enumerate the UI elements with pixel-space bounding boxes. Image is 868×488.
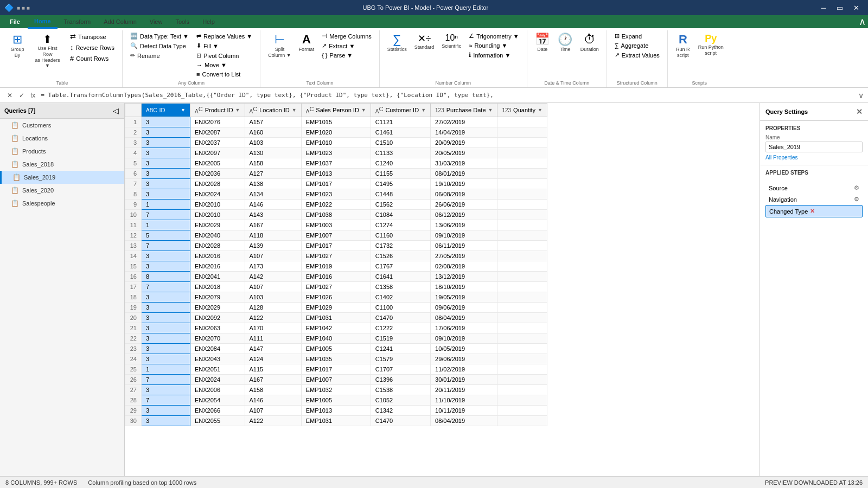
cell-sales-person-id[interactable]: EMP1017 xyxy=(301,241,371,251)
extract-values-button[interactable]: ↗ Extract Values xyxy=(611,50,663,60)
cell-purchase-date[interactable]: 30/01/2019 xyxy=(431,375,497,385)
cell-purchase-date[interactable]: 02/08/2019 xyxy=(431,261,497,272)
window-controls[interactable]: ─ ▭ ✕ xyxy=(816,0,864,15)
step-gear-icon[interactable]: ⚙ xyxy=(854,184,859,191)
menu-tab-tools[interactable]: Tools xyxy=(169,16,196,28)
cell-product-id[interactable]: ENX2055 xyxy=(190,416,245,426)
cell-sales-person-id[interactable]: EMP1007 xyxy=(301,375,371,385)
cell-order-id[interactable]: 3 xyxy=(142,303,190,313)
cell-product-id[interactable]: ENX2018 xyxy=(190,282,245,292)
cell-sales-person-id[interactable]: EMP1013 xyxy=(301,169,371,179)
aggregate-button[interactable]: ∑ Aggregate xyxy=(611,41,663,50)
cell-order-id[interactable]: 3 xyxy=(142,179,190,189)
sidebar-item-sales-2018[interactable]: 📋Sales_2018 xyxy=(0,158,124,171)
cell-customer-id[interactable]: C1526 xyxy=(371,251,430,261)
cell-product-id[interactable]: ENX2016 xyxy=(190,251,245,261)
cell-quantity[interactable] xyxy=(497,241,547,251)
menu-tab-help[interactable]: Help xyxy=(196,16,221,28)
cell-quantity[interactable] xyxy=(497,261,547,272)
cell-product-id[interactable]: ENX2029 xyxy=(190,303,245,313)
cell-quantity[interactable] xyxy=(497,230,547,241)
cell-quantity[interactable] xyxy=(497,210,547,220)
col-header-location-id[interactable]: AC Location ID ▼ xyxy=(245,104,301,117)
table-row[interactable]: 25 1 ENX2051 A115 EMP1017 C1707 11/02/20… xyxy=(125,364,547,375)
cell-purchase-date[interactable]: 09/10/2019 xyxy=(431,230,497,241)
product-id-filter-icon[interactable]: ▼ xyxy=(235,107,240,113)
cell-product-id[interactable]: ENX2043 xyxy=(190,354,245,364)
table-row[interactable]: 4 3 ENX2097 A130 EMP1023 C1133 20/05/201… xyxy=(125,148,547,158)
cell-location-id[interactable]: A122 xyxy=(245,313,301,323)
cell-order-id[interactable]: 7 xyxy=(142,241,190,251)
count-rows-button[interactable]: # Count Rows xyxy=(67,53,118,63)
cell-customer-id[interactable]: C1470 xyxy=(371,416,430,426)
cell-order-id[interactable]: 3 xyxy=(142,333,190,344)
cell-purchase-date[interactable]: 08/01/2019 xyxy=(431,169,497,179)
cell-location-id[interactable]: A122 xyxy=(245,416,301,426)
cell-location-id[interactable]: A139 xyxy=(245,241,301,251)
cell-quantity[interactable] xyxy=(497,416,547,426)
cell-sales-person-id[interactable]: EMP1005 xyxy=(301,395,371,406)
cell-order-id[interactable]: 3 xyxy=(142,416,190,426)
cell-sales-person-id[interactable]: EMP1016 xyxy=(301,272,371,282)
cell-customer-id[interactable]: C1240 xyxy=(371,158,430,169)
cell-sales-person-id[interactable]: EMP1003 xyxy=(301,220,371,230)
format-button[interactable]: A Format xyxy=(296,31,318,55)
cell-sales-person-id[interactable]: EMP1019 xyxy=(301,261,371,272)
cell-purchase-date[interactable]: 20/11/2019 xyxy=(431,385,497,395)
cell-purchase-date[interactable]: 27/02/2019 xyxy=(431,117,497,127)
cell-customer-id[interactable]: C1358 xyxy=(371,282,430,292)
customer-id-filter-icon[interactable]: ▼ xyxy=(421,107,426,113)
cell-customer-id[interactable]: C1222 xyxy=(371,323,430,333)
table-row[interactable]: 29 3 ENX2066 A107 EMP1013 C1342 10/11/20… xyxy=(125,406,547,416)
cell-location-id[interactable]: A138 xyxy=(245,179,301,189)
cell-product-id[interactable]: ENX2037 xyxy=(190,138,245,148)
cell-product-id[interactable]: ENX2029 xyxy=(190,220,245,230)
cell-product-id[interactable]: ENX2054 xyxy=(190,395,245,406)
run-r-button[interactable]: R Run Rscript xyxy=(672,31,694,61)
cell-product-id[interactable]: ENX2087 xyxy=(190,127,245,138)
formula-cancel-button[interactable]: ✕ xyxy=(4,90,15,101)
cell-order-id[interactable]: 3 xyxy=(142,354,190,364)
cell-product-id[interactable]: ENX2005 xyxy=(190,158,245,169)
cell-quantity[interactable] xyxy=(497,179,547,189)
cell-location-id[interactable]: A115 xyxy=(245,364,301,375)
table-row[interactable]: 17 7 ENX2018 A107 EMP1027 C1358 18/10/20… xyxy=(125,282,547,292)
cell-order-id[interactable]: 7 xyxy=(142,210,190,220)
cell-sales-person-id[interactable]: EMP1042 xyxy=(301,323,371,333)
cell-customer-id[interactable]: C1461 xyxy=(371,127,430,138)
cell-purchase-date[interactable]: 08/04/2019 xyxy=(431,416,497,426)
table-row[interactable]: 21 3 ENX2063 A170 EMP1042 C1222 17/06/20… xyxy=(125,323,547,333)
cell-quantity[interactable] xyxy=(497,323,547,333)
cell-sales-person-id[interactable]: EMP1031 xyxy=(301,416,371,426)
cell-customer-id[interactable]: C1160 xyxy=(371,230,430,241)
sidebar-item-customers[interactable]: 📋Customers xyxy=(0,119,124,132)
cell-customer-id[interactable]: C1562 xyxy=(371,200,430,210)
table-row[interactable]: 13 7 ENX2028 A139 EMP1017 C1732 06/11/20… xyxy=(125,241,547,251)
cell-sales-person-id[interactable]: EMP1029 xyxy=(301,303,371,313)
cell-order-id[interactable]: 7 xyxy=(142,395,190,406)
cell-quantity[interactable] xyxy=(497,117,547,127)
cell-order-id[interactable]: 3 xyxy=(142,169,190,179)
cell-location-id[interactable]: A158 xyxy=(245,385,301,395)
cell-customer-id[interactable]: C1579 xyxy=(371,354,430,364)
convert-to-list-button[interactable]: ≡ Convert to List xyxy=(193,70,256,79)
cell-purchase-date[interactable]: 27/05/2019 xyxy=(431,251,497,261)
cell-product-id[interactable]: ENX2066 xyxy=(190,406,245,416)
all-properties-link[interactable]: All Properties xyxy=(765,155,863,160)
table-row[interactable]: 24 3 ENX2043 A124 EMP1035 C1579 29/06/20… xyxy=(125,354,547,364)
cell-location-id[interactable]: A143 xyxy=(245,210,301,220)
cell-location-id[interactable]: A130 xyxy=(245,148,301,158)
cell-quantity[interactable] xyxy=(497,138,547,148)
cell-order-id[interactable]: 8 xyxy=(142,272,190,282)
cell-quantity[interactable] xyxy=(497,220,547,230)
col-header-sales-person-id[interactable]: AC Sales Person ID ▼ xyxy=(301,104,371,117)
cell-purchase-date[interactable]: 18/10/2019 xyxy=(431,282,497,292)
table-row[interactable]: 15 3 ENX2016 A173 EMP1019 C1767 02/08/20… xyxy=(125,261,547,272)
cell-sales-person-id[interactable]: EMP1023 xyxy=(301,189,371,200)
table-row[interactable]: 28 7 ENX2054 A146 EMP1005 C1052 11/10/20… xyxy=(125,395,547,406)
step-item-changed-type[interactable]: Changed Type✕ xyxy=(765,205,863,217)
cell-quantity[interactable] xyxy=(497,200,547,210)
cell-customer-id[interactable]: C1495 xyxy=(371,179,430,189)
cell-customer-id[interactable]: C1641 xyxy=(371,272,430,282)
order-id-filter-icon[interactable]: ▼ xyxy=(181,107,186,113)
